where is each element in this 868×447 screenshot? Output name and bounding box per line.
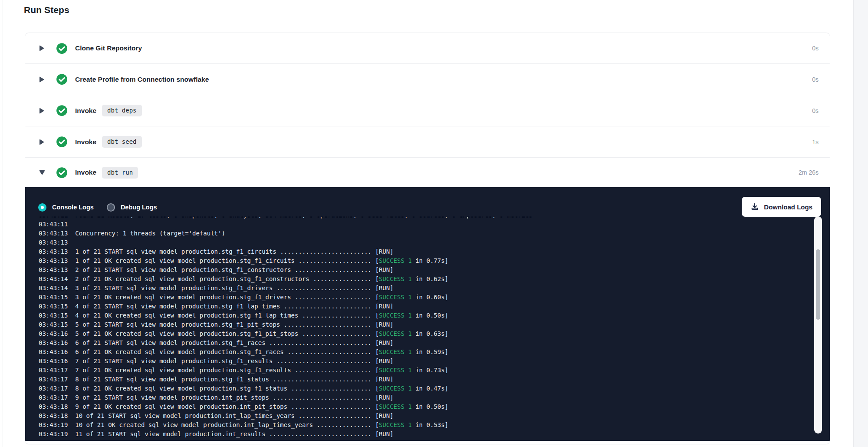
step-row[interactable]: Invokedbt run2m 26s: [25, 158, 830, 187]
caret-down-icon[interactable]: [39, 169, 45, 176]
caret-right-icon[interactable]: [39, 45, 45, 52]
step-row[interactable]: Invokedbt deps0s: [25, 95, 830, 126]
step-duration: 2m 26s: [799, 169, 819, 176]
step-duration: 0s: [812, 45, 819, 52]
caret-right-icon[interactable]: [39, 139, 45, 145]
command-chip: dbt seed: [102, 136, 141, 148]
page-title: Run Steps: [24, 5, 69, 15]
radio-selected-icon[interactable]: [38, 203, 46, 212]
log-line: 03:43:18 9 of 21 OK created sql view mod…: [39, 402, 791, 411]
log-line: 03:43:13 Concurrency: 1 threads (target=…: [39, 229, 791, 238]
step-row[interactable]: Invokedbt seed1s: [25, 126, 830, 158]
check-circle-icon: [56, 105, 68, 116]
step-label: Invoke: [75, 169, 96, 176]
scrollbar-track[interactable]: [814, 216, 822, 434]
download-logs-button[interactable]: Download Logs: [742, 197, 821, 217]
check-circle-icon: [56, 73, 68, 85]
log-line: 03:43:19 10 of 21 OK created sql view mo…: [39, 421, 791, 430]
content-left-rule: [3, 0, 3, 447]
log-line: 03:43:13 2 of 21 START sql view model pr…: [39, 265, 791, 275]
log-line: 03:43:11 Found 21 models, 17 tests, 0 sn…: [39, 217, 791, 220]
card-footer: [25, 441, 830, 444]
check-circle-icon: [56, 167, 68, 179]
log-type-radio-group: Console Logs Debug Logs: [38, 203, 157, 212]
check-circle-icon: [56, 43, 68, 54]
log-line: 03:43:16 6 of 21 OK created sql view mod…: [39, 348, 791, 357]
log-line: 03:43:15 4 of 21 OK created sql view mod…: [39, 311, 791, 320]
command-chip: dbt deps: [102, 105, 141, 116]
right-gutter: [853, 0, 868, 447]
radio-debug-logs[interactable]: Debug Logs: [107, 203, 157, 212]
log-line: 03:43:15 5 of 21 START sql view model pr…: [39, 320, 791, 329]
log-line: 03:43:14 2 of 21 OK created sql view mod…: [39, 275, 791, 284]
radio-debug-logs-label: Debug Logs: [121, 204, 157, 211]
log-line: 03:43:16 5 of 21 OK created sql view mod…: [39, 329, 791, 338]
console-panel: Console Logs Debug Logs Download Logs 03…: [25, 187, 830, 441]
caret-right-icon[interactable]: [39, 107, 45, 114]
step-row[interactable]: Clone Git Repository0s: [25, 33, 830, 64]
step-label: Invoke: [75, 107, 96, 115]
log-line: 03:43:19 11 of 21 START sql view model p…: [39, 430, 791, 439]
log-line: 03:43:17 9 of 21 START sql view model pr…: [39, 393, 791, 402]
log-line: 03:43:16 6 of 21 START sql view model pr…: [39, 338, 791, 348]
radio-unselected-icon[interactable]: [107, 203, 115, 212]
step-duration: 0s: [812, 76, 819, 83]
log-line: 03:43:17 7 of 21 OK created sql view mod…: [39, 366, 791, 375]
command-chip: dbt run: [102, 167, 138, 179]
log-line: 03:43:13: [39, 238, 791, 247]
download-logs-label: Download Logs: [764, 203, 812, 211]
log-line: 03:43:14 3 of 21 START sql view model pr…: [39, 284, 791, 293]
log-line: 03:43:15 4 of 21 START sql view model pr…: [39, 302, 791, 311]
step-duration: 1s: [812, 139, 819, 146]
log-line: 03:43:15 3 of 21 OK created sql view mod…: [39, 293, 791, 302]
log-line: 03:43:11: [39, 220, 791, 229]
step-row[interactable]: Create Profile from Connection snowflake…: [25, 64, 830, 95]
log-line: 03:43:13 1 of 21 START sql view model pr…: [39, 247, 791, 256]
scrollbar-thumb[interactable]: [816, 249, 820, 320]
step-duration: 0s: [812, 107, 819, 114]
caret-right-icon[interactable]: [39, 76, 45, 83]
log-content: 03:43:11 Found 21 models, 17 tests, 0 sn…: [39, 217, 791, 439]
log-viewport[interactable]: 03:43:11 Found 21 models, 17 tests, 0 sn…: [39, 217, 791, 441]
radio-console-logs-label: Console Logs: [52, 204, 94, 211]
step-label: Clone Git Repository: [75, 44, 142, 52]
check-circle-icon: [56, 136, 68, 148]
step-label: Create Profile from Connection snowflake: [75, 76, 209, 83]
step-label: Invoke: [75, 138, 96, 146]
log-line: 03:43:13 1 of 21 OK created sql view mod…: [39, 256, 791, 265]
log-line: 03:43:16 7 of 21 START sql view model pr…: [39, 357, 791, 366]
log-line: 03:43:18 10 of 21 START sql view model p…: [39, 411, 791, 421]
log-line: 03:43:17 8 of 21 OK created sql view mod…: [39, 384, 791, 393]
download-icon: [750, 202, 759, 211]
run-steps-card: Clone Git Repository0sCreate Profile fro…: [25, 33, 830, 444]
log-line: 03:43:17 8 of 21 START sql view model pr…: [39, 375, 791, 384]
radio-console-logs[interactable]: Console Logs: [38, 203, 94, 212]
